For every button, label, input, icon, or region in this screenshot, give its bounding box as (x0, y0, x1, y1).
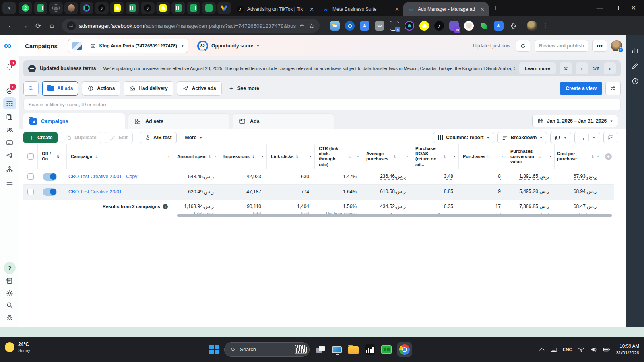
code-extension-icon[interactable]: </> (375, 21, 384, 31)
column-header-average-purchases[interactable]: Average purchases...↑↓▼ (362, 144, 411, 169)
pinned-tab-tiktok-2[interactable]: ♪ (141, 2, 155, 14)
create-view-button[interactable]: Create a view (560, 82, 602, 95)
date-range-selector[interactable]: Jan 1, 2026 – Jan 31, 2026 ▼ (532, 115, 618, 127)
maximize-button[interactable] (615, 6, 619, 10)
filter-chip-had-delivery[interactable]: Had delivery (124, 81, 173, 96)
sort-icon[interactable]: ↑↓ (444, 154, 447, 159)
pinned-tab-google-ads[interactable] (217, 2, 231, 14)
history-clock-icon[interactable] (631, 77, 639, 85)
billing-card-icon[interactable] (6, 139, 14, 147)
column-header-conversion-value[interactable]: Purchases conversion value↑↓▼ (506, 144, 555, 169)
filter-chip-active-ads[interactable]: Active ads (177, 81, 222, 96)
battery-icon[interactable] (603, 346, 611, 353)
home-icon[interactable]: ⌂ (45, 22, 59, 30)
zoom-page-icon[interactable] (299, 23, 305, 29)
pinned-tab-tiktok-1[interactable]: ♪ (95, 2, 109, 14)
column-header-campaign[interactable]: Campaign↑↓▼ (67, 144, 173, 169)
weather-extension-icon[interactable] (330, 21, 340, 31)
tab-search-button[interactable]: ▾ (2, 2, 16, 14)
more-actions-button[interactable]: More▼ (180, 132, 207, 143)
bug-report-icon[interactable] (6, 313, 14, 321)
tab-ads-manager-active[interactable]: ∞ Ads Manager - Manage ad ✕ (403, 2, 489, 16)
filter-caret-icon[interactable]: ▼ (357, 155, 359, 158)
campaign-toggle-on[interactable] (43, 173, 57, 181)
task-view-button[interactable] (315, 344, 326, 355)
reports-pages-icon[interactable] (6, 113, 14, 121)
info-icon[interactable]: i (163, 204, 168, 209)
see-more-filters[interactable]: ＋See more (228, 85, 259, 93)
tray-expand-icon[interactable] (539, 348, 545, 353)
column-header-amount-spent[interactable]: Amount spent↑↓▼ (173, 144, 219, 169)
close-tab-icon[interactable]: ✕ (310, 6, 314, 12)
help-icon[interactable]: ? (4, 262, 16, 274)
user-avatar[interactable]: f (611, 40, 622, 51)
table-row[interactable]: CBO Test Creative 23/01 - Copy 543.45.ر.… (23, 169, 614, 185)
sort-icon[interactable]: ↑↓ (394, 154, 397, 159)
pinned-tab-globe[interactable]: ◍ (49, 2, 63, 14)
windows-start-button[interactable] (209, 345, 219, 354)
review-publish-button[interactable]: Review and publish (535, 40, 588, 52)
filter-caret-icon[interactable]: ▼ (406, 155, 409, 158)
pinned-tab-sheets-5[interactable] (202, 2, 216, 14)
pinned-tab-whatsapp[interactable]: 2 (19, 2, 32, 14)
taskbar-weather-widget[interactable]: 24°CSunny (5, 341, 30, 353)
banner-prev-button[interactable]: ‹ (576, 62, 588, 74)
pinned-tab-person[interactable] (64, 2, 78, 14)
ab-test-button[interactable]: A/B test (140, 132, 177, 143)
site-info-icon[interactable] (67, 21, 76, 30)
tiktok-extension-icon[interactable]: ♪ (434, 21, 444, 31)
sort-icon[interactable]: ↑↓ (348, 154, 351, 159)
add-column-button[interactable]: ＋ (605, 153, 612, 160)
filter-caret-icon[interactable]: ▼ (214, 155, 217, 158)
clock-widget[interactable]: 10:59 AM 31/01/2026 (616, 343, 639, 357)
browser-menu-icon[interactable]: ⋮ (542, 22, 548, 29)
filter-caret-icon[interactable]: ▼ (549, 155, 552, 158)
back-icon[interactable]: ← (4, 22, 18, 30)
filter-caret-icon[interactable]: ▼ (309, 155, 312, 158)
column-header-cost-per-purchase[interactable]: Cost per purchase↑↓▼ (555, 144, 602, 169)
tab-campaigns[interactable]: ▲ Campaigns (23, 113, 125, 129)
wifi-icon[interactable] (578, 346, 585, 353)
column-header-link-clicks[interactable]: Link clicks↑↓▼ (267, 144, 315, 169)
reload-icon[interactable]: ⟳ (31, 22, 45, 30)
campaign-link[interactable]: CBO Test Creative 23/01 (67, 189, 122, 195)
banner-close-button[interactable]: ✕ (560, 62, 572, 74)
column-header-ctr[interactable]: CTR (link click-through rate)↑↓▼ (315, 144, 362, 169)
chrome-taskbar-button[interactable] (397, 342, 412, 357)
address-bar[interactable]: adsmanager.facebook.com/adsmanager/manag… (62, 19, 320, 33)
edit-pencil-icon[interactable] (631, 62, 639, 70)
breakdown-button[interactable]: Breakdown ▼ (497, 132, 547, 143)
banner-next-button[interactable]: › (604, 62, 616, 74)
columns-button[interactable]: Columns: report ▼ (433, 132, 494, 143)
audiences-people-icon[interactable] (6, 126, 14, 134)
camera-extension-icon[interactable] (405, 21, 414, 31)
browser-profile-avatar[interactable] (527, 21, 537, 31)
pinned-tab-camera[interactable] (80, 2, 93, 14)
taskbar-search-box[interactable]: Search (224, 342, 310, 357)
settings-gear-icon[interactable] (6, 289, 14, 297)
extensions-puzzle-icon[interactable] (510, 23, 517, 29)
pinned-tab-sheets-4[interactable] (187, 2, 200, 14)
horizontal-scrollbar[interactable] (177, 214, 612, 217)
opportunity-score[interactable]: 82 Opportunity score ▼ (197, 41, 260, 51)
pinned-tab-sheets-3[interactable] (171, 2, 185, 14)
campaign-toggle-on[interactable] (43, 188, 57, 196)
reports-button[interactable]: ▼ (550, 132, 571, 143)
ads-manager-table-icon[interactable] (6, 99, 14, 107)
leaf-extension-icon[interactable] (479, 21, 489, 31)
learn-more-button[interactable]: Learn more (519, 62, 556, 74)
filter-caret-icon[interactable]: ▼ (453, 155, 456, 158)
tab-ad-sets[interactable]: Ad sets (128, 113, 229, 129)
create-button[interactable]: ＋Create (23, 132, 58, 143)
filter-search-button[interactable] (23, 81, 39, 96)
performance-chart-icon[interactable] (631, 47, 639, 55)
row-checkbox[interactable] (27, 173, 34, 180)
sort-icon[interactable]: ↑↓ (208, 154, 212, 159)
events-manager-icon[interactable] (6, 165, 14, 173)
file-explorer-button[interactable] (348, 344, 359, 355)
sort-icon[interactable]: ↑↓ (295, 154, 298, 159)
pinned-tab-sheets-2[interactable] (126, 2, 139, 14)
new-tab-button[interactable]: ＋ (493, 4, 499, 12)
all-tools-menu-icon[interactable] (6, 179, 14, 187)
sort-icon[interactable]: ↑↓ (56, 154, 60, 159)
